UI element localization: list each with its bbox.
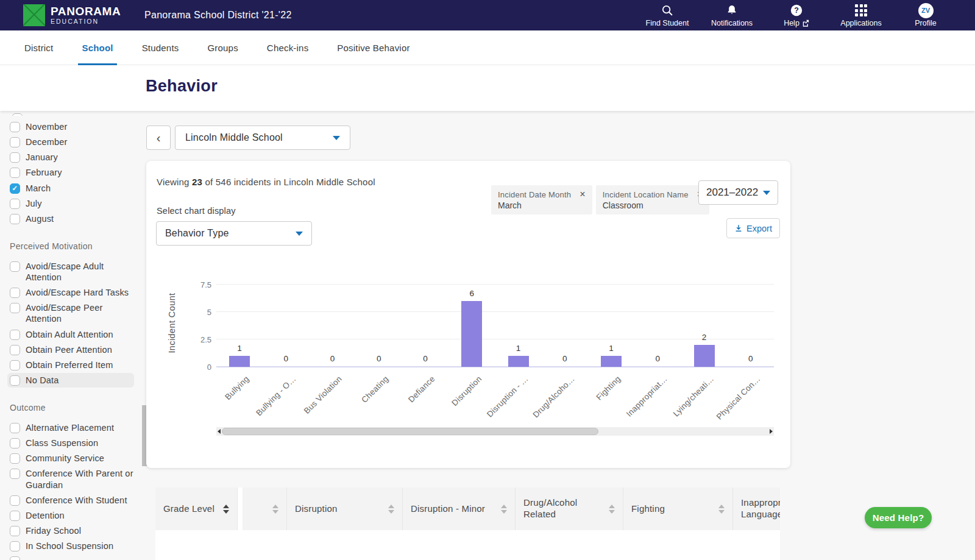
tab-district[interactable]: District [24,30,53,65]
checkbox[interactable] [10,137,20,147]
tab-positive-behavior[interactable]: Positive Behavior [337,30,410,65]
sort-icon[interactable] [718,505,725,514]
sidebar-item-no-data[interactable]: No Data [7,373,134,388]
tab-students[interactable]: Students [142,30,179,65]
column-header-fighting[interactable]: Fighting [623,487,733,530]
sidebar-item-conference-with-parent-or-guardian[interactable]: Conference With Parent or Guardian [7,466,141,492]
sort-icon[interactable] [501,505,507,514]
checkbox[interactable] [10,345,20,355]
sidebar-item-august[interactable]: August [7,211,141,226]
scroll-left-arrow-icon[interactable] [218,429,221,434]
sidebar-item-community-service[interactable]: Community Service [7,451,141,466]
logo-subtitle: EDUCATION [51,18,121,25]
checkbox[interactable] [10,303,20,313]
checkbox[interactable] [12,113,23,116]
checkbox[interactable] [10,495,20,506]
find-student-button[interactable]: Find Student [635,3,700,27]
panorama-logo-icon [23,4,45,26]
checkbox[interactable] [10,288,20,298]
sidebar-item-label: Avoid/Escape Hard Tasks [26,287,129,298]
bar[interactable] [694,345,715,367]
column-header-drug-alcohol-related[interactable]: Drug/Alcohol Related [516,487,623,530]
back-button[interactable]: ‹ [146,126,171,150]
checkbox[interactable] [10,168,20,178]
checkbox[interactable] [10,152,20,163]
sidebar-item-july[interactable]: July [7,196,141,211]
sort-icon[interactable] [609,505,615,514]
checkbox[interactable] [10,469,20,479]
chart-display-dropdown[interactable]: Behavior Type [156,221,312,246]
checkbox[interactable] [10,261,20,272]
checkbox[interactable] [10,360,20,370]
bar[interactable] [229,356,250,367]
tab-check-ins[interactable]: Check-ins [267,30,309,65]
column-header-inappropriate-language[interactable]: Inappropriate Language [733,487,780,530]
active-filter-chips: Incident Date Month×MarchIncident Locati… [491,185,709,214]
tab-school[interactable]: School [82,30,113,65]
sort-icon[interactable] [272,505,278,514]
help-button[interactable]: ?Help [764,3,829,27]
viewing-summary: Viewing 23 of 546 incidents in Lincoln M… [157,177,375,187]
checkbox[interactable] [10,423,20,433]
sidebar-item-obtain-adult-attention[interactable]: Obtain Adult Attention [7,327,141,342]
checkbox[interactable] [10,453,20,464]
checkbox[interactable] [10,556,20,560]
school-select-dropdown[interactable]: Lincoln Middle School [175,126,350,150]
school-year-dropdown[interactable]: 2021–2022 [698,180,778,205]
checkbox[interactable] [10,541,20,551]
checkbox[interactable] [10,214,20,224]
sidebar-item-detention[interactable]: Detention [7,508,141,523]
checkbox[interactable] [10,526,20,536]
sidebar-item-label: Avoid/Escape Peer Attention [26,302,139,324]
checkbox[interactable] [10,330,20,340]
applications-button[interactable]: Applications [829,3,893,27]
sidebar-item-label: February [26,167,62,178]
close-icon[interactable]: × [580,190,586,199]
profile-button[interactable]: ZVProfile [893,3,958,27]
sidebar-item-avoid-escape-hard-tasks[interactable]: Avoid/Escape Hard Tasks [7,285,141,300]
column-header-disruption-minor[interactable]: Disruption - Minor [403,487,516,530]
viewing-count: 23 [192,177,202,187]
notifications-button[interactable]: Notifications [700,3,764,27]
sidebar-item-december[interactable]: December [7,135,141,149]
sidebar-item-avoid-escape-peer-attention[interactable]: Avoid/Escape Peer Attention [7,300,141,326]
sidebar-item-friday-school[interactable]: Friday School [7,523,141,538]
sidebar-item-march[interactable]: ✓March [7,181,141,196]
checkbox[interactable]: ✓ [10,183,20,194]
checkbox[interactable] [10,122,20,132]
checkbox[interactable] [10,438,20,448]
sidebar-item-obtain-peer-attention[interactable]: Obtain Peer Attention [7,342,141,357]
chevron-down-icon [333,136,340,140]
bar-value-label: 1 [588,344,634,353]
column-header-blank[interactable] [243,487,287,530]
tab-groups[interactable]: Groups [207,30,238,65]
bar[interactable] [601,356,622,367]
sort-icon[interactable] [223,505,229,514]
export-button[interactable]: Export [726,218,780,238]
column-header-grade-level[interactable]: Grade Level [155,487,238,530]
bar-group-cheating: 0Cheating [356,280,402,367]
checkbox[interactable] [10,375,20,386]
sidebar-item-in-school-suspension[interactable]: In School Suspension [7,539,141,553]
sidebar-item-avoid-escape-adult-attention[interactable]: Avoid/Escape Adult Attention [7,259,141,285]
panorama-logo[interactable]: PANORAMA EDUCATION [23,4,121,26]
sidebar-item-november[interactable]: November [7,119,141,134]
chart-horizontal-scrollbar[interactable] [216,427,774,436]
column-header-disruption[interactable]: Disruption [287,487,403,530]
checkbox[interactable] [10,511,20,521]
bar-value-label: 0 [356,354,402,363]
sidebar-item-conference-with-student[interactable]: Conference With Student [7,493,141,508]
bar[interactable] [508,356,529,367]
bar[interactable] [461,301,482,367]
scrollbar-thumb[interactable] [222,428,598,435]
sidebar-item-class-suspension[interactable]: Class Suspension [7,436,141,450]
checkbox[interactable] [10,199,20,209]
sidebar-item-february[interactable]: February [7,165,141,180]
scroll-right-arrow-icon[interactable] [770,429,773,434]
sidebar-item-january[interactable]: January [7,150,141,165]
sidebar-item-label: Class Suspension [26,438,98,448]
sort-icon[interactable] [388,505,394,514]
need-help-button[interactable]: Need Help? [865,507,932,528]
sidebar-item-alternative-placement[interactable]: Alternative Placement [7,420,141,435]
sidebar-item-obtain-preferred-item[interactable]: Obtain Preferred Item [7,358,141,372]
